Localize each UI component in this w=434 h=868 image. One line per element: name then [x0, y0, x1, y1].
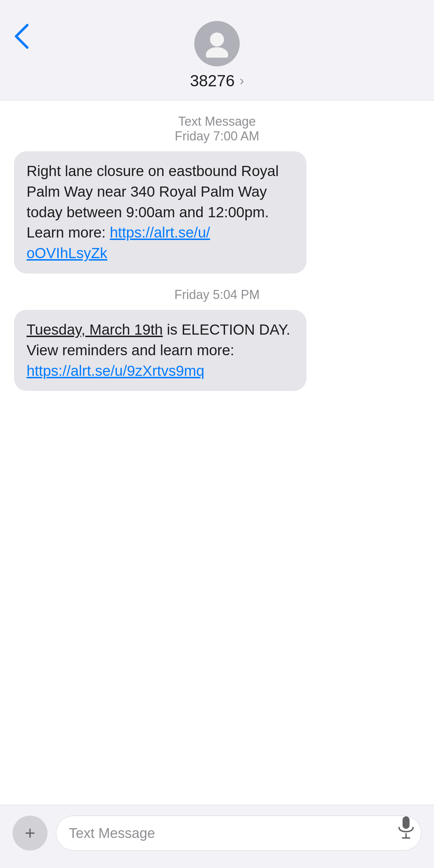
contact-name-row[interactable]: 38276 ›	[190, 71, 244, 90]
mic-button[interactable]	[398, 816, 414, 841]
avatar	[194, 21, 240, 66]
chevron-right-icon: ›	[240, 73, 244, 88]
input-bar: + Text Message	[0, 805, 434, 868]
message-bubble-1: Right lane closure on eastbound Royal Pa…	[14, 151, 306, 273]
text-message-placeholder: Text Message	[69, 825, 155, 841]
svg-rect-2	[403, 816, 410, 829]
svg-point-1	[206, 47, 228, 58]
contact-number: 38276	[190, 71, 235, 90]
add-button[interactable]: +	[13, 816, 48, 851]
header: 38276 ›	[0, 0, 434, 100]
text-message-input[interactable]: Text Message	[56, 816, 421, 851]
message-underlined-prefix: Tuesday, March 19th	[27, 321, 163, 338]
timestamp-1: Text Message Friday 7:00 AM	[14, 114, 420, 144]
messages-area: Text Message Friday 7:00 AM Right lane c…	[0, 100, 434, 405]
message-bubble-2: Tuesday, March 19th is ELECTION DAY. Vie…	[14, 310, 306, 391]
message-link-2[interactable]: https://alrt.se/u/9zXrtvs9mq	[27, 363, 204, 379]
svg-point-0	[210, 32, 224, 46]
back-button[interactable]	[14, 24, 29, 49]
plus-icon: +	[25, 824, 35, 842]
timestamp-2: Friday 5:04 PM	[14, 287, 420, 302]
